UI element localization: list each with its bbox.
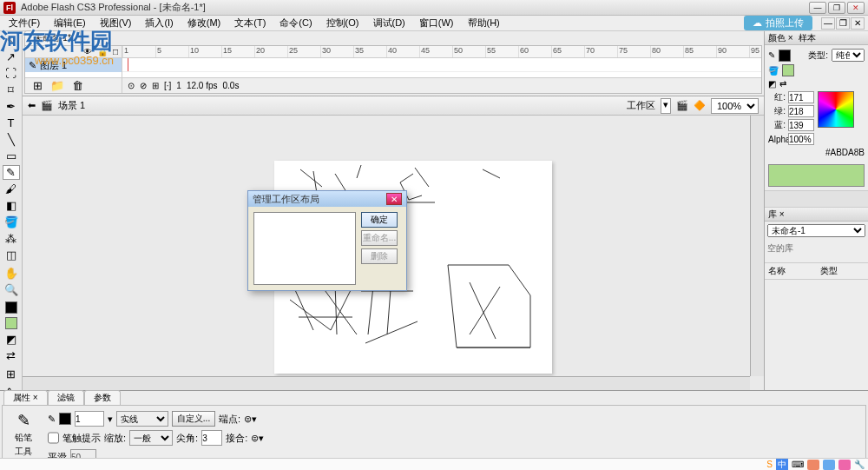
line-tool-icon[interactable]: ╲: [3, 132, 20, 147]
stroke-hint-checkbox[interactable]: [48, 430, 59, 446]
menu-edit[interactable]: 编辑(E): [49, 17, 91, 30]
fill-swatch[interactable]: [782, 64, 794, 76]
back-icon[interactable]: ⬅: [28, 100, 36, 111]
menu-modify[interactable]: 修改(M): [182, 17, 227, 30]
horizontal-scrollbar[interactable]: [23, 376, 750, 390]
doc-minimize-button[interactable]: —: [821, 17, 835, 30]
tray-ime-icon[interactable]: 中: [776, 459, 788, 471]
tray-wrench-icon[interactable]: 🔧: [854, 460, 865, 469]
tab-properties[interactable]: 属性 ×: [3, 390, 48, 405]
swap-icon[interactable]: ⇄: [779, 79, 786, 89]
frame-ruler[interactable]: 1510152025303540455055606570758085909510…: [122, 46, 761, 58]
color-bw-icon[interactable]: ◩: [3, 332, 20, 347]
r-input[interactable]: [788, 91, 814, 103]
color-tab[interactable]: 颜色 ×: [768, 32, 793, 44]
menu-control[interactable]: 控制(O): [321, 17, 365, 30]
edit-multiple-icon[interactable]: ⊞: [152, 81, 159, 90]
doc-restore-button[interactable]: ❐: [836, 17, 850, 30]
doc-close-button[interactable]: ✕: [851, 17, 865, 30]
menu-help[interactable]: 帮助(H): [463, 17, 505, 30]
zoom-tool-icon[interactable]: 🔍: [3, 282, 20, 297]
onion-markers-icon[interactable]: [·]: [164, 81, 171, 90]
close-button[interactable]: ✕: [847, 2, 865, 14]
onion-outline-icon[interactable]: ⊘: [140, 81, 147, 90]
prop-stroke-swatch[interactable]: [59, 413, 71, 425]
eyedropper-tool-icon[interactable]: ⁂: [3, 231, 20, 246]
tray-keyboard-icon[interactable]: ⌨: [792, 460, 804, 469]
new-layer-icon[interactable]: ⊞: [29, 77, 46, 95]
edit-scene-icon[interactable]: 🎬: [676, 100, 688, 111]
stroke-slider[interactable]: ▾: [108, 414, 113, 425]
minimize-button[interactable]: —: [809, 2, 826, 14]
pen-tool-icon[interactable]: ✒: [3, 99, 20, 114]
visibility-icon[interactable]: 👁: [83, 47, 92, 56]
library-panel-header[interactable]: 库 ×: [765, 208, 868, 222]
outline-icon[interactable]: □: [113, 47, 118, 56]
color-panel-header[interactable]: 颜色 × 样本: [765, 31, 868, 45]
miter-input[interactable]: [201, 430, 222, 446]
custom-button[interactable]: 自定义...: [172, 411, 215, 427]
workspace-dropdown[interactable]: ▾: [661, 98, 671, 114]
text-tool-icon[interactable]: T: [3, 116, 20, 130]
menu-debug[interactable]: 调试(D): [368, 17, 411, 30]
maximize-button[interactable]: ❐: [828, 2, 845, 14]
scale-dropdown[interactable]: 一般: [129, 430, 173, 446]
bw-icon[interactable]: ◩: [768, 79, 776, 89]
menu-file[interactable]: 文件(F): [3, 17, 45, 30]
new-folder-icon[interactable]: 📁: [49, 77, 66, 95]
ok-button[interactable]: 确定: [361, 212, 398, 228]
ink-bottle-tool-icon[interactable]: ◧: [3, 198, 20, 213]
tab-params[interactable]: 参数: [84, 390, 121, 405]
stroke-width-input[interactable]: [75, 411, 104, 427]
cap-dropdown[interactable]: ⊜▾: [244, 414, 257, 425]
stroke-style-dropdown[interactable]: 实线: [116, 411, 168, 427]
selection-tool-icon[interactable]: ↖: [3, 33, 20, 48]
hand-tool-icon[interactable]: ✋: [3, 266, 20, 281]
menu-view[interactable]: 视图(V): [95, 17, 137, 30]
swatches-tab[interactable]: 样本: [799, 32, 816, 44]
stroke-color-icon[interactable]: [3, 301, 20, 314]
pencil-tool-icon[interactable]: ✎: [3, 165, 20, 180]
subselection-tool-icon[interactable]: ↗: [3, 50, 20, 64]
tab-filters[interactable]: 滤镜: [48, 390, 84, 405]
menu-insert[interactable]: 插入(I): [140, 17, 178, 30]
lock-icon[interactable]: 🔒: [97, 47, 108, 56]
eraser-tool-icon[interactable]: ◫: [3, 248, 20, 262]
hex-value[interactable]: #ABDA8B: [825, 148, 865, 157]
tray-icon-1[interactable]: [807, 460, 819, 470]
dialog-close-button[interactable]: ✕: [386, 193, 402, 205]
options-snap-icon[interactable]: ⊞: [3, 367, 20, 381]
paint-bucket-tool-icon[interactable]: 🪣: [3, 215, 20, 229]
a-input[interactable]: [788, 133, 814, 145]
upload-button[interactable]: ☁拍照上传: [744, 16, 812, 30]
playhead[interactable]: [128, 58, 128, 71]
library-tab[interactable]: 库 ×: [768, 209, 785, 221]
tray-sogou-icon[interactable]: S: [766, 460, 773, 469]
frames-row[interactable]: [122, 58, 761, 72]
b-input[interactable]: [788, 119, 814, 131]
g-input[interactable]: [788, 105, 814, 117]
rectangle-tool-icon[interactable]: ▭: [3, 149, 20, 163]
delete-layer-icon[interactable]: 🗑: [69, 77, 86, 95]
menu-text[interactable]: 文本(T): [229, 17, 271, 30]
library-doc-dropdown[interactable]: 未命名-1: [767, 224, 865, 237]
color-type-dropdown[interactable]: 纯色: [832, 49, 865, 62]
fill-color-icon[interactable]: [3, 316, 20, 330]
col-name[interactable]: 名称: [765, 263, 817, 279]
menu-window[interactable]: 窗口(W): [414, 17, 459, 30]
edit-symbol-icon[interactable]: 🔶: [694, 100, 706, 111]
vertical-scrollbar[interactable]: [750, 116, 764, 376]
col-type[interactable]: 类型: [817, 263, 869, 279]
layer-row[interactable]: ✎图层 1: [25, 58, 122, 72]
stroke-swatch[interactable]: [779, 50, 791, 62]
dialog-titlebar[interactable]: 管理工作区布局 ✕: [248, 191, 406, 207]
lasso-tool-icon[interactable]: ⌑: [3, 83, 20, 97]
menu-commands[interactable]: 命令(C): [274, 17, 317, 30]
zoom-dropdown[interactable]: 100%: [711, 98, 759, 114]
document-tab[interactable]: 未命名-1*: [24, 30, 81, 45]
tray-icon-2[interactable]: [823, 460, 835, 470]
onion-skin-icon[interactable]: ⊙: [128, 81, 135, 90]
color-picker[interactable]: [818, 91, 854, 128]
join-dropdown[interactable]: ⊜▾: [251, 433, 264, 444]
workspace-listbox[interactable]: [253, 212, 356, 285]
